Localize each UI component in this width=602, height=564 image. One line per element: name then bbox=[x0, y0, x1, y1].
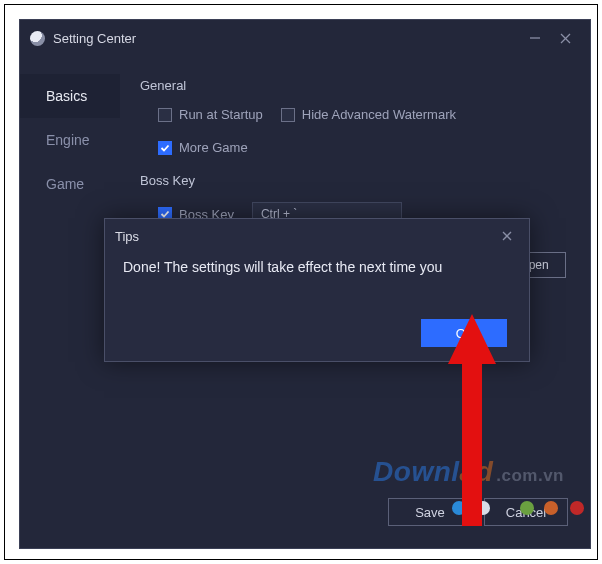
section-title-bosskey: Boss Key bbox=[140, 173, 560, 188]
minimize-icon bbox=[529, 32, 541, 44]
general-options-row: Run at Startup Hide Advanced Watermark M… bbox=[140, 107, 560, 155]
screenshot-frame: Setting Center Basics Engine Game bbox=[4, 4, 598, 560]
titlebar: Setting Center bbox=[20, 20, 590, 56]
sidebar-item-label: Engine bbox=[46, 132, 90, 148]
save-button[interactable]: Save bbox=[388, 498, 472, 526]
ok-button[interactable]: Ok bbox=[421, 319, 507, 347]
sidebar-item-game[interactable]: Game bbox=[20, 162, 120, 206]
checkbox-box-checked bbox=[158, 141, 172, 155]
checkbox-run-at-startup[interactable]: Run at Startup bbox=[158, 107, 263, 122]
tips-dialog: Tips Done! The settings will take effect… bbox=[104, 218, 530, 362]
dialog-title: Tips bbox=[115, 229, 139, 244]
dialog-close-button[interactable] bbox=[495, 224, 519, 248]
cancel-button-label: Cancel bbox=[506, 505, 546, 520]
sidebar-item-engine[interactable]: Engine bbox=[20, 118, 120, 162]
section-title-general: General bbox=[140, 78, 560, 93]
close-icon bbox=[560, 33, 571, 44]
close-button[interactable] bbox=[550, 26, 580, 50]
dialog-titlebar: Tips bbox=[105, 219, 529, 253]
close-icon bbox=[502, 231, 512, 241]
minimize-button[interactable] bbox=[520, 26, 550, 50]
dialog-footer: Ok bbox=[105, 275, 529, 361]
sidebar-item-label: Basics bbox=[46, 88, 87, 104]
sidebar-item-basics[interactable]: Basics bbox=[20, 74, 120, 118]
checkbox-more-game[interactable]: More Game bbox=[158, 140, 248, 155]
checkbox-label: More Game bbox=[179, 140, 248, 155]
checkbox-box bbox=[158, 108, 172, 122]
checkbox-box bbox=[281, 108, 295, 122]
cancel-button[interactable]: Cancel bbox=[484, 498, 568, 526]
ok-button-label: Ok bbox=[456, 326, 473, 341]
checkbox-label: Run at Startup bbox=[179, 107, 263, 122]
checkbox-label: Hide Advanced Watermark bbox=[302, 107, 456, 122]
save-button-label: Save bbox=[415, 505, 445, 520]
dialog-message: Done! The settings will take effect the … bbox=[105, 253, 529, 275]
footer: Save Cancel bbox=[388, 498, 568, 526]
checkbox-hide-watermark[interactable]: Hide Advanced Watermark bbox=[281, 107, 456, 122]
settings-window: Setting Center Basics Engine Game bbox=[19, 19, 591, 549]
sidebar-item-label: Game bbox=[46, 176, 84, 192]
check-icon bbox=[160, 143, 170, 153]
window-title: Setting Center bbox=[53, 31, 136, 46]
app-icon bbox=[30, 31, 45, 46]
